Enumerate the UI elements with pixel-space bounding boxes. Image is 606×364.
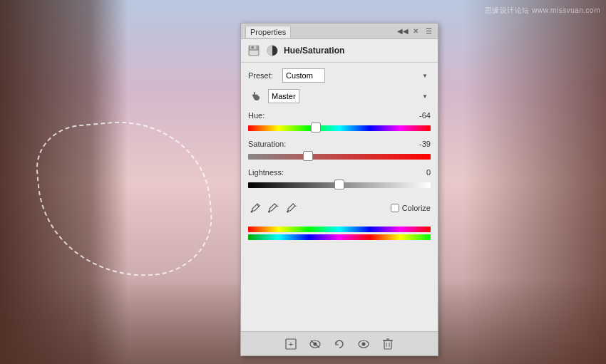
lightness-label: Lightness: (248, 168, 284, 177)
tools-row: + − (248, 201, 299, 215)
collapse-button[interactable]: ◀◀ (398, 26, 408, 36)
add-layer-button[interactable]: + (283, 336, 299, 352)
hue-slider-header: Hue: -64 (248, 111, 431, 120)
close-button[interactable]: ✕ (411, 26, 421, 36)
hue-label: Hue: (248, 111, 265, 120)
lightness-slider-group: Lightness: 0 (248, 168, 431, 192)
hue-value: -64 (411, 111, 431, 120)
saturation-value: -39 (411, 140, 431, 148)
panel-titlebar: Properties ◀◀ ✕ ☰ (241, 24, 438, 39)
svg-rect-2 (251, 46, 254, 49)
channel-select-wrapper: Master (268, 89, 431, 103)
hue-bar-original (248, 227, 431, 232)
svg-text:+: + (289, 340, 293, 348)
lightness-value: 0 (411, 168, 431, 177)
delete-button[interactable] (380, 336, 396, 352)
preset-label: Preset: (248, 71, 278, 80)
svg-point-17 (362, 342, 366, 345)
saturation-label: Saturation: (248, 140, 286, 148)
titlebar-controls: ◀◀ ✕ ☰ (398, 26, 433, 36)
svg-rect-3 (250, 51, 258, 55)
disk-icon (248, 45, 260, 56)
colorize-label: Colorize (402, 204, 431, 212)
reset-button[interactable] (332, 336, 347, 352)
hue-track (248, 125, 431, 131)
eyedropper-subtract-icon[interactable]: − (285, 201, 299, 215)
channel-select[interactable]: Master (268, 89, 299, 103)
channel-row: Master (248, 88, 431, 104)
panel-header: Hue/Saturation (241, 39, 438, 63)
panel-layer-title: Hue/Saturation (284, 46, 344, 56)
saturation-thumb[interactable] (303, 151, 313, 161)
svg-text:+: + (276, 204, 279, 209)
visibility-button[interactable] (307, 336, 323, 352)
hue-sat-icon (267, 45, 278, 56)
svg-point-5 (251, 211, 253, 213)
hue-slider-track-wrapper[interactable] (248, 121, 431, 135)
bg-right-foliage (463, 0, 606, 364)
lightness-slider-track-wrapper[interactable] (248, 178, 431, 192)
hand-icon[interactable] (248, 88, 264, 104)
saturation-slider-header: Saturation: -39 (248, 140, 431, 148)
svg-point-9 (287, 211, 289, 213)
saturation-slider-group: Saturation: -39 (248, 140, 431, 164)
save-icon-btn[interactable] (247, 43, 261, 58)
colorize-row: Colorize (391, 204, 431, 212)
lightness-thumb[interactable] (334, 180, 344, 189)
properties-panel: Properties ◀◀ ✕ ☰ Hue/Saturation (240, 23, 438, 356)
hue-bar-adjusted (248, 234, 431, 240)
watermark: 思缘设计论坛 www.missvuan.com (485, 6, 600, 16)
panel-content: Preset: Custom Master Hue: (241, 63, 438, 331)
color-bars (248, 227, 431, 240)
tools-colorize-row: + − Colorize (248, 197, 431, 219)
saturation-slider-track-wrapper[interactable] (248, 150, 431, 164)
lightness-slider-header: Lightness: 0 (248, 168, 431, 177)
eye-button[interactable] (356, 336, 371, 352)
panel-footer: + (241, 331, 438, 355)
hue-thumb[interactable] (311, 123, 321, 132)
saturation-track (248, 154, 431, 160)
preset-select-wrapper: Custom (282, 68, 431, 83)
layer-type-icon-btn[interactable] (265, 43, 279, 58)
menu-button[interactable]: ☰ (423, 26, 433, 36)
eyedropper-icon[interactable] (248, 201, 262, 215)
preset-select[interactable]: Custom (282, 68, 325, 83)
preset-row: Preset: Custom (248, 68, 431, 83)
colorize-checkbox[interactable] (391, 204, 399, 212)
panel-tab[interactable]: Properties (245, 26, 291, 38)
svg-text:−: − (294, 204, 297, 209)
svg-point-7 (268, 211, 270, 213)
svg-rect-18 (384, 340, 391, 349)
hue-slider-group: Hue: -64 (248, 111, 431, 135)
eyedropper-add-icon[interactable]: + (267, 201, 281, 215)
